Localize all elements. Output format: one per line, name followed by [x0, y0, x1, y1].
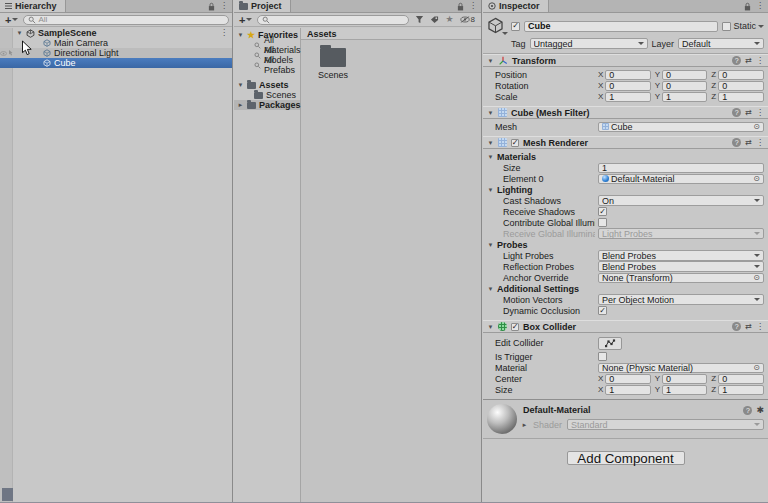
hidden-packages-toggle[interactable]: 8 — [460, 15, 475, 24]
materials-size-field[interactable]: 1 — [598, 163, 764, 173]
lock-icon[interactable] — [457, 2, 464, 11]
rotation-y-field[interactable]: 0 — [662, 81, 707, 91]
search-by-type-icon[interactable] — [415, 15, 424, 24]
motion-vectors-dropdown[interactable]: Per Object Motion — [598, 294, 764, 305]
gameobject-name-field[interactable] — [524, 21, 718, 32]
lock-icon[interactable] — [208, 2, 215, 11]
project-search-input[interactable] — [272, 15, 404, 24]
help-icon[interactable]: ? — [743, 406, 752, 415]
scene-options-icon[interactable]: ⋮ — [220, 29, 232, 37]
save-search-star-icon[interactable]: ★ — [445, 15, 453, 24]
mesh-renderer-header[interactable]: ▼ ✓ Mesh Renderer ? ⇄ ⋮ — [483, 136, 768, 149]
center-z-field[interactable]: 0 — [718, 374, 764, 384]
project-search[interactable] — [257, 15, 409, 25]
foldout-open-icon[interactable]: ▼ — [237, 82, 244, 88]
light-probes-dropdown[interactable]: Blend Probes — [598, 250, 764, 261]
foldout-closed-icon[interactable]: ► — [237, 102, 244, 108]
probes-foldout[interactable]: ▼ Probes — [487, 239, 764, 250]
object-picker-icon[interactable]: ⊙ — [753, 123, 760, 131]
gear-icon[interactable]: ✱ — [756, 406, 764, 415]
hierarchy-search[interactable] — [23, 15, 229, 25]
asset-item-scenes[interactable]: Scenes — [311, 48, 355, 80]
transform-header[interactable]: ▼ Transform ? ⇄ ⋮ — [483, 54, 768, 67]
hierarchy-visibility-gutter[interactable] — [0, 28, 13, 502]
tree-item-assets[interactable]: ▼ Assets — [234, 80, 300, 90]
search-by-label-icon[interactable] — [430, 16, 439, 24]
component-menu-icon[interactable]: ⋮ — [756, 57, 764, 65]
scale-x-field[interactable]: 1 — [605, 92, 650, 102]
tab-inspector[interactable]: Inspector — [483, 0, 549, 12]
inspector-menu-icon[interactable]: ⋮ — [756, 2, 764, 10]
object-picker-icon[interactable]: ⊙ — [753, 274, 760, 282]
component-enabled-checkbox[interactable]: ✓ — [511, 323, 519, 331]
scene-row[interactable]: ▼ SampleScene ⋮ — [0, 28, 232, 38]
tree-item-scenes[interactable]: Scenes — [234, 90, 300, 100]
layer-dropdown[interactable]: Default — [678, 38, 764, 49]
dynamic-occlusion-checkbox[interactable]: ✓ — [598, 306, 607, 315]
lighting-foldout[interactable]: ▼ Lighting — [487, 184, 764, 195]
component-menu-icon[interactable]: ⋮ — [756, 323, 764, 331]
help-icon[interactable]: ? — [732, 108, 741, 117]
foldout-open-icon[interactable]: ▼ — [487, 58, 494, 64]
help-icon[interactable]: ? — [732, 138, 741, 147]
position-x-field[interactable]: 0 — [605, 70, 650, 80]
size-y-field[interactable]: 1 — [662, 385, 707, 395]
size-z-field[interactable]: 1 — [718, 385, 764, 395]
is-trigger-checkbox[interactable] — [598, 352, 607, 361]
anchor-override-field[interactable]: None (Transform) ⊙ — [598, 273, 764, 283]
physic-material-field[interactable]: None (Physic Material) ⊙ — [598, 363, 764, 373]
foldout-open-icon[interactable]: ▼ — [237, 32, 244, 38]
hierarchy-create-button[interactable]: + — [3, 14, 20, 26]
mesh-object-field[interactable]: Cube ⊙ — [598, 122, 764, 132]
receive-shadows-checkbox[interactable]: ✓ — [598, 207, 607, 216]
box-collider-header[interactable]: ▼ ✓ Box Collider ? ⇄ ⋮ — [483, 320, 768, 333]
static-checkbox[interactable] — [722, 22, 731, 31]
contribute-gi-checkbox[interactable] — [598, 218, 607, 227]
presets-icon[interactable]: ⇄ — [745, 57, 752, 65]
foldout-closed-icon[interactable]: ► — [521, 422, 528, 428]
help-icon[interactable]: ? — [732, 56, 741, 65]
presets-icon[interactable]: ⇄ — [745, 139, 752, 147]
component-menu-icon[interactable]: ⋮ — [756, 109, 764, 117]
active-checkbox[interactable]: ✓ — [511, 22, 520, 31]
hierarchy-menu-icon[interactable]: ⋮ — [220, 2, 228, 10]
cast-shadows-dropdown[interactable]: On — [598, 195, 764, 206]
hierarchy-item-main-camera[interactable]: Main Camera — [0, 38, 232, 48]
component-enabled-checkbox[interactable]: ✓ — [511, 139, 519, 147]
add-component-button[interactable]: Add Component — [567, 451, 685, 465]
tree-item-packages[interactable]: ► Packages — [234, 100, 300, 110]
hierarchy-item-directional-light[interactable]: Directional Light — [0, 48, 232, 58]
object-picker-icon[interactable]: ⊙ — [753, 364, 760, 372]
gameobject-icon-button[interactable] — [487, 17, 507, 35]
static-dropdown-icon[interactable] — [758, 25, 764, 28]
tab-project[interactable]: Project — [234, 0, 291, 12]
tab-hierarchy[interactable]: Hierarchy — [0, 0, 66, 12]
foldout-open-icon[interactable]: ▼ — [487, 110, 494, 116]
rotation-z-field[interactable]: 0 — [718, 81, 764, 91]
edit-collider-button[interactable] — [598, 337, 622, 350]
rotation-x-field[interactable]: 0 — [605, 81, 650, 91]
foldout-open-icon[interactable]: ▼ — [487, 324, 494, 330]
additional-settings-foldout[interactable]: ▼ Additional Settings — [487, 283, 764, 294]
presets-icon[interactable]: ⇄ — [745, 109, 752, 117]
center-x-field[interactable]: 0 — [605, 374, 650, 384]
tag-dropdown[interactable]: Untagged — [530, 38, 648, 49]
lock-icon[interactable] — [744, 2, 751, 11]
tree-item-all-prefabs[interactable]: All Prefabs — [234, 60, 300, 70]
position-z-field[interactable]: 0 — [718, 70, 764, 80]
foldout-open-icon[interactable]: ▼ — [16, 30, 23, 36]
mesh-filter-header[interactable]: ▼ Cube (Mesh Filter) ? ⇄ ⋮ — [483, 106, 768, 119]
object-picker-icon[interactable]: ⊙ — [753, 175, 760, 183]
materials-foldout[interactable]: ▼ Materials — [487, 151, 764, 162]
size-x-field[interactable]: 1 — [605, 385, 650, 395]
position-y-field[interactable]: 0 — [662, 70, 707, 80]
center-y-field[interactable]: 0 — [662, 374, 707, 384]
help-icon[interactable]: ? — [732, 322, 741, 331]
component-menu-icon[interactable]: ⋮ — [756, 139, 764, 147]
scale-z-field[interactable]: 1 — [718, 92, 764, 102]
foldout-open-icon[interactable]: ▼ — [487, 140, 494, 146]
scale-y-field[interactable]: 1 — [662, 92, 707, 102]
project-menu-icon[interactable]: ⋮ — [469, 2, 477, 10]
hierarchy-item-cube[interactable]: Cube — [0, 58, 232, 68]
hierarchy-search-input[interactable] — [38, 15, 224, 24]
